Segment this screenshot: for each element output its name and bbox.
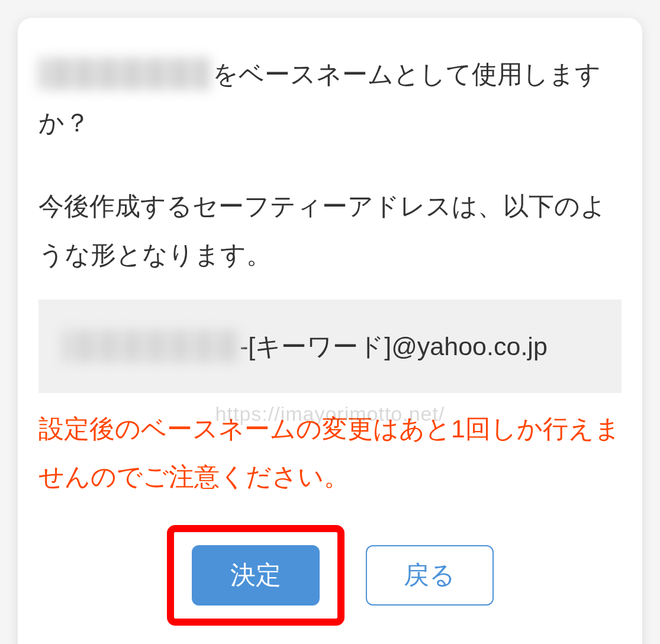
back-button[interactable]: 戻る — [366, 545, 494, 606]
description-text: 今後作成するセーフティーアドレスは、以下のような形となります。 — [38, 182, 622, 279]
confirm-button-highlight: 決定 — [167, 525, 345, 626]
confirm-basename-dialog: をベースネームとして使用しますか？ 今後作成するセーフティーアドレスは、以下のよ… — [18, 18, 642, 644]
question-text: をベースネームとして使用しますか？ — [38, 50, 622, 147]
button-row: 決定 戻る — [38, 525, 622, 626]
confirm-button[interactable]: 決定 — [192, 545, 320, 606]
warning-text: 設定後のベースネームの変更はあと1回しか行えませんのでご注意ください。 — [38, 405, 622, 501]
confirm-button-label: 決定 — [230, 558, 281, 593]
address-example-box: -[キーワード]@yahoo.co.jp — [38, 300, 622, 393]
back-button-label: 戻る — [404, 558, 455, 593]
redacted-basename-in-address — [62, 330, 240, 362]
redacted-basename — [38, 57, 210, 90]
address-suffix: -[キーワード]@yahoo.co.jp — [240, 332, 548, 360]
